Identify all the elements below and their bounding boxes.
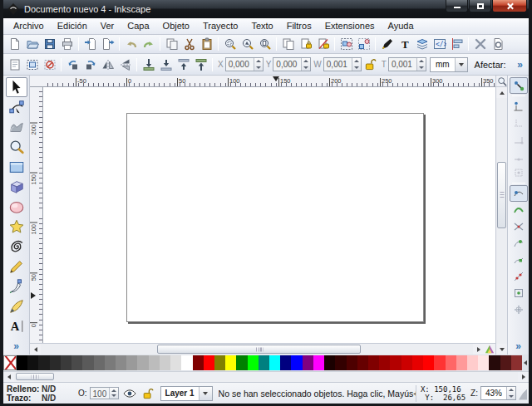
scrollbar-track[interactable] [496,98,507,344]
xml-editor-button[interactable]: </> [431,36,448,52]
horizontal-ruler[interactable]: -50050100150200250300350 [30,76,495,87]
flip-horizontal-button[interactable] [99,56,116,73]
color-swatch[interactable] [511,355,522,370]
color-swatch[interactable] [204,355,214,370]
color-swatch[interactable] [313,355,324,370]
selector-tool-button[interactable] [6,77,27,97]
color-managed-view-button[interactable] [484,344,495,355]
color-swatch[interactable] [446,355,456,370]
fill-stroke-indicator[interactable]: Relleno: N/D Trazo: N/D [7,384,66,403]
maximize-button[interactable] [469,0,491,12]
zoom-spinbox[interactable]: 43% [480,386,516,400]
snap-smooth-nodes-button[interactable] [510,252,528,268]
snap-object-centers-button[interactable] [510,285,528,301]
color-swatch[interactable] [82,355,93,370]
color-swatch[interactable] [467,355,478,370]
field-w-spinbox[interactable]: 0,001 [323,57,362,71]
dropdown-button[interactable] [455,58,467,71]
zoom-tool-button[interactable] [6,137,27,157]
toolbar-overflow-chevron[interactable]: » [517,59,523,71]
color-swatch[interactable] [105,355,116,370]
ellipse-tool-button[interactable] [6,197,27,217]
duplicate-button[interactable] [279,36,297,52]
open-document-button[interactable] [23,36,41,52]
color-swatch[interactable] [368,355,379,370]
snap-bbox-corners-button[interactable] [510,131,528,148]
menu-objeto[interactable]: Objeto [156,19,196,33]
field-t-spinbox[interactable]: 0,001 [388,57,426,71]
color-swatch[interactable] [94,355,105,370]
opacity-spinbox[interactable]: 100 [90,387,119,399]
redo-button[interactable] [140,36,157,52]
zoom-drawing-button[interactable] [239,36,256,52]
node-editor-tool-button[interactable] [6,97,27,117]
rectangle-tool-button[interactable] [6,157,27,177]
raise-button[interactable] [175,56,192,73]
snap-path-intersections-button[interactable] [510,218,528,235]
undo-button[interactable] [122,36,140,52]
lock-ratio-button[interactable] [362,56,379,73]
zoom-selection-button[interactable] [221,36,239,52]
title-bar[interactable]: Documento nuevo 4 - Inkscape [3,0,529,18]
menu-ayuda[interactable]: Ayuda [382,19,421,33]
unit-selector[interactable]: mm [430,57,468,72]
color-swatch[interactable] [489,355,500,370]
box-3d-tool-button[interactable] [6,177,27,197]
snap-nodes-button[interactable] [510,185,528,202]
color-swatch[interactable] [225,355,236,370]
select-all-button[interactable] [6,56,23,73]
layer-lock-toggle[interactable] [141,387,155,400]
palette-scroll-left-button[interactable] [3,372,14,383]
spin-buttons[interactable] [109,388,118,399]
spin-buttons[interactable] [506,387,515,399]
color-swatch[interactable] [303,355,313,370]
color-swatch[interactable] [193,355,204,370]
spiral-tool-button[interactable] [6,237,27,257]
color-swatch[interactable] [38,355,49,370]
lower-bottom-button[interactable] [140,56,157,73]
save-document-button[interactable] [41,36,58,52]
vertical-scrollbar[interactable] [495,76,507,355]
snap-bbox-edge-midpoints-button[interactable] [510,148,528,164]
window-resize-grip[interactable] [519,387,527,400]
color-swatch[interactable] [390,355,401,370]
color-swatch[interactable] [379,355,390,370]
horizontal-scrollbar[interactable] [30,343,495,355]
new-document-button[interactable] [6,36,23,52]
color-swatch[interactable] [71,355,82,370]
toolbox-overflow-chevron[interactable]: » [13,340,19,352]
menu-texto[interactable]: Texto [244,19,279,33]
color-swatch[interactable] [50,355,61,370]
preferences-button[interactable] [471,36,489,52]
canvas[interactable] [43,87,495,343]
minimize-button[interactable] [446,0,468,12]
field-y-spinbox[interactable]: 0,000 [273,57,311,71]
pencil-tool-button[interactable] [6,257,27,276]
calligraphy-tool-button[interactable] [6,296,27,316]
color-swatch[interactable] [170,355,181,370]
color-swatch[interactable] [456,355,467,370]
flip-vertical-button[interactable] [116,56,134,73]
snap-midpoints-button[interactable] [510,268,528,285]
scrollbar-thumb[interactable] [16,373,54,380]
color-swatch[interactable] [116,355,126,370]
color-swatch[interactable] [27,355,38,370]
color-swatch[interactable] [324,355,335,370]
scrollbar-track[interactable] [14,372,518,382]
color-swatch[interactable] [434,355,445,370]
menu-capa[interactable]: Capa [121,19,155,33]
snap-bbox-edges-button[interactable] [510,115,528,131]
ungroup-button[interactable] [355,36,372,52]
spin-buttons[interactable] [352,58,361,71]
swatch-none[interactable] [3,355,17,370]
spin-buttons[interactable] [416,58,426,71]
snap-paths-button[interactable] [510,202,528,218]
scroll-down-button[interactable] [496,344,507,355]
document-properties-button[interactable] [489,36,506,52]
scroll-up-button[interactable] [496,87,507,98]
snap-bbox-centers-button[interactable] [510,164,528,181]
color-swatch[interactable] [248,355,259,370]
color-swatch[interactable] [423,355,434,370]
zoom-corner-button[interactable] [496,76,508,87]
scrollbar-thumb[interactable] [497,162,506,228]
